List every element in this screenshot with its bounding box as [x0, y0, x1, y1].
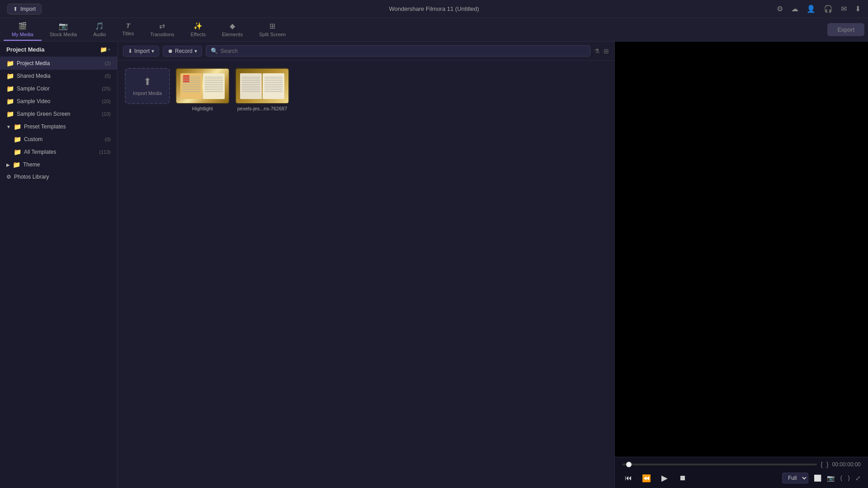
folder-icon: 📁: [6, 60, 14, 67]
sidebar-item-shared-media[interactable]: 📁 Shared Media (5): [0, 70, 117, 82]
media-grid: ⬆ Import Media Hightlight: [118, 61, 614, 118]
sidebar-item-sample-green-screen[interactable]: 📁 Sample Green Screen (10): [0, 108, 117, 120]
sidebar-item-custom[interactable]: 📁 Custom (0): [0, 133, 117, 146]
left-panel-title: Project Media: [6, 46, 45, 53]
fullscreen-button[interactable]: ⤢: [855, 474, 861, 482]
folder-icon-4: 📁: [6, 98, 14, 105]
sidebar-item-all-templates-count: (113): [99, 149, 111, 155]
media-item-highlight[interactable]: Hightlight: [175, 68, 230, 111]
main-layout: Project Media 📁+ 📁 Project Media (2) 📁 S…: [0, 42, 868, 488]
tab-my-media[interactable]: 🎬 My Media: [4, 19, 42, 41]
record-icon: ⏺: [168, 48, 173, 54]
media-item-pexels-label: pexels-jes...ns-762687: [237, 106, 288, 111]
photos-icon: ⚙: [6, 174, 11, 180]
sidebar-item-photos-library[interactable]: ⚙ Photos Library: [0, 171, 117, 183]
folder-icon-3: 📁: [6, 85, 14, 92]
tab-effects-label: Effects: [191, 32, 206, 37]
screenshot-button[interactable]: 📷: [827, 474, 835, 482]
elements-icon: ◆: [230, 22, 235, 30]
record-label: Record: [175, 48, 193, 54]
my-media-icon: 🎬: [18, 22, 27, 30]
import-button[interactable]: ⬇ Import ▾: [123, 46, 159, 57]
tab-audio[interactable]: 🎵 Audio: [85, 19, 114, 41]
left-panel: Project Media 📁+ 📁 Project Media (2) 📁 S…: [0, 42, 118, 488]
sidebar-item-sample-color-count: (25): [102, 86, 111, 91]
left-panel-header-icons: 📁+: [100, 46, 111, 53]
cloud-icon[interactable]: ☁: [791, 5, 798, 13]
import-media-label: Import Media: [133, 90, 162, 96]
sidebar-item-sample-video[interactable]: 📁 Sample Video (20): [0, 95, 117, 108]
search-box: 🔍: [206, 45, 590, 57]
app-title: Wondershare Filmora 11 (Untitled): [389, 5, 479, 12]
sidebar-item-sample-video-count: (20): [102, 99, 111, 104]
tab-effects[interactable]: ✨ Effects: [183, 19, 214, 41]
preview-track[interactable]: [622, 464, 817, 465]
tab-transitions-label: Transitions: [150, 32, 174, 37]
tab-titles[interactable]: T Titles: [114, 19, 142, 40]
left-panel-header: Project Media 📁+: [0, 42, 117, 57]
sidebar-item-project-media[interactable]: 📁 Project Media (2): [0, 57, 117, 70]
sidebar-item-shared-media-label: Shared Media: [17, 73, 51, 79]
book-thumb-1: [176, 69, 229, 103]
media-thumb-pexels[interactable]: [235, 68, 289, 104]
search-input[interactable]: [221, 48, 585, 54]
sidebar-item-sample-video-label: Sample Video: [17, 98, 51, 104]
tab-elements[interactable]: ◆ Elements: [214, 19, 251, 41]
play-button[interactable]: ▶: [658, 472, 671, 484]
export-button[interactable]: Export: [827, 23, 864, 36]
sidebar-item-sample-green-screen-count: (10): [102, 111, 111, 117]
mail-icon[interactable]: ✉: [841, 5, 847, 13]
sidebar-item-sample-color[interactable]: 📁 Sample Color (25): [0, 82, 117, 95]
frame-back-button[interactable]: ⏪: [640, 472, 653, 484]
grid-view-icon[interactable]: ⊞: [604, 47, 609, 55]
tab-stock-media[interactable]: 📷 Stock Media: [42, 19, 85, 41]
in-point-button[interactable]: {: [821, 461, 823, 468]
media-thumb-highlight[interactable]: [175, 68, 230, 104]
top-bar: ⬆ Import Wondershare Filmora 11 (Untitle…: [0, 0, 868, 18]
preview-timeline: { } 00:00:00:00: [622, 461, 861, 468]
tab-stock-media-label: Stock Media: [50, 32, 77, 37]
filter-icon[interactable]: ⚗: [594, 47, 600, 55]
sidebar-item-shared-media-count: (5): [105, 73, 111, 79]
tab-split-screen[interactable]: ⊞ Split Screen: [251, 19, 294, 41]
quality-select[interactable]: Full: [782, 473, 808, 483]
book-page-left-2: [240, 73, 262, 99]
top-import-button[interactable]: ⬆ Import: [7, 4, 42, 14]
sidebar-item-preset-templates-label: Preset Templates: [24, 123, 66, 130]
sidebar-item-theme-label: Theme: [23, 161, 40, 168]
sidebar-item-preset-templates[interactable]: ▼ 📁 Preset Templates: [0, 120, 117, 133]
record-button[interactable]: ⏺ Record ▾: [163, 46, 202, 57]
top-bar-icons: ⚙ ☁ 👤 🎧 ✉ ⬇: [777, 5, 861, 13]
add-folder-icon[interactable]: 📁+: [100, 46, 111, 53]
download-icon[interactable]: ⬇: [855, 5, 861, 13]
settings-icon[interactable]: ⚙: [777, 5, 783, 13]
stop-button[interactable]: ⏹: [676, 472, 689, 484]
stock-media-icon: 📷: [59, 22, 68, 30]
step-back-button[interactable]: ⏮: [622, 472, 635, 484]
tab-titles-label: Titles: [122, 31, 134, 36]
prev-frame-button[interactable]: ⟨: [840, 474, 842, 482]
media-item-pexels[interactable]: pexels-jes...ns-762687: [235, 68, 289, 111]
sidebar-item-project-media-label: Project Media: [17, 60, 50, 66]
import-media-button[interactable]: ⬆ Import Media: [125, 68, 170, 104]
sidebar-item-all-templates[interactable]: 📁 All Templates (113): [0, 146, 117, 158]
book-thumb-2: [236, 69, 288, 103]
playback-controls: ⏮ ⏪ ▶ ⏹ Full ⬜ 📷 ⟨ ⟩ ⤢: [622, 472, 861, 484]
folder-icon-5: 📁: [6, 110, 14, 118]
safe-zone-button[interactable]: ⬜: [814, 474, 821, 482]
sidebar-item-project-media-count: (2): [105, 61, 111, 66]
sidebar-item-theme[interactable]: ▶ 📁 Theme: [0, 158, 117, 171]
folder-icon-2: 📁: [6, 72, 14, 80]
out-point-button[interactable]: }: [826, 461, 829, 468]
preview-thumb: [626, 462, 632, 467]
account-icon[interactable]: 👤: [807, 5, 816, 13]
headset-icon[interactable]: 🎧: [824, 5, 833, 13]
tab-transitions[interactable]: ⇄ Transitions: [142, 19, 182, 41]
book-pages-2: [240, 73, 285, 99]
import-arrow-icon: ⬇: [128, 48, 132, 54]
folder-icon-9: 📁: [13, 161, 20, 168]
next-frame-button[interactable]: ⟩: [848, 474, 850, 482]
record-chevron-icon: ▾: [194, 48, 197, 54]
sidebar-item-photos-library-label: Photos Library: [14, 174, 49, 180]
upload-icon: ⬆: [143, 76, 151, 88]
